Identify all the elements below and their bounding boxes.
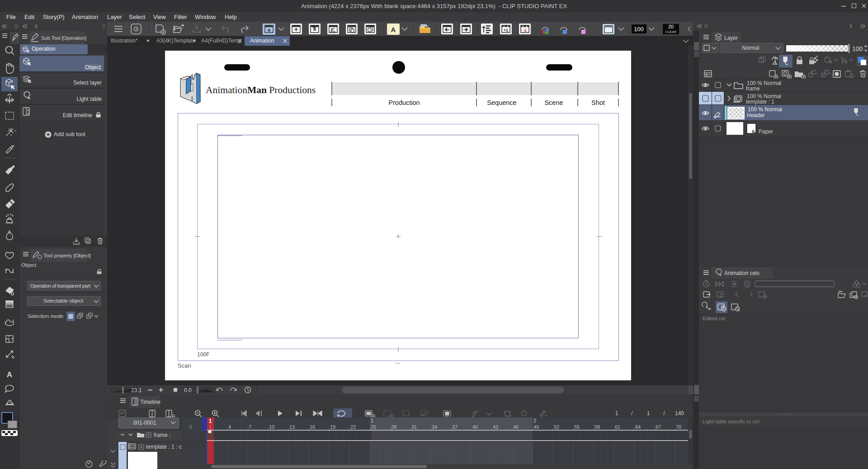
svg-text:7: 7	[249, 424, 251, 430]
svg-text:67: 67	[656, 424, 661, 430]
svg-text:25: 25	[371, 424, 376, 430]
svg-text:1: 1	[371, 418, 373, 423]
svg-text:template : 1 : cel: template : 1 : cel	[146, 444, 182, 450]
svg-text:0.0: 0.0	[184, 387, 192, 393]
svg-text:100: 100	[852, 45, 863, 52]
svg-text:A: A	[391, 26, 396, 33]
svg-text:-1: -1	[523, 28, 527, 33]
svg-text:A: A	[7, 370, 12, 379]
svg-text:23.1: 23.1	[131, 387, 142, 393]
svg-text:20: 20	[668, 24, 674, 29]
svg-text:Tool property [Object]: Tool property [Object]	[43, 253, 91, 258]
svg-text:1: 1	[615, 410, 618, 417]
svg-text:/: /	[663, 410, 665, 417]
svg-text:34: 34	[432, 424, 437, 430]
svg-text:2: 2	[533, 418, 536, 423]
svg-text:frame :: frame :	[154, 432, 170, 438]
svg-text:4: 4	[228, 424, 231, 430]
svg-text:40: 40	[472, 424, 478, 430]
svg-text:19: 19	[330, 424, 335, 430]
svg-text:16: 16	[310, 424, 315, 430]
svg-text:55: 55	[574, 424, 580, 430]
svg-text:Timeline: Timeline	[140, 399, 160, 405]
svg-text:52: 52	[554, 424, 559, 430]
svg-text:28: 28	[391, 424, 396, 430]
svg-text:31: 31	[411, 424, 417, 430]
svg-text:49: 49	[533, 424, 539, 430]
svg-text:1: 1	[647, 410, 650, 417]
svg-text:1: 1	[209, 418, 212, 424]
svg-text:10: 10	[269, 424, 274, 430]
svg-text:CLEAR: CLEAR	[665, 30, 677, 34]
svg-text:140: 140	[675, 410, 684, 417]
svg-text:58: 58	[594, 424, 600, 430]
svg-text:46: 46	[513, 424, 519, 430]
svg-text:70: 70	[676, 424, 681, 430]
svg-text:100: 100	[634, 26, 644, 33]
svg-text:Paper: Paper	[759, 128, 773, 135]
svg-text:61: 61	[615, 424, 620, 430]
svg-text:a: a	[268, 27, 271, 33]
svg-text:1: 1	[209, 424, 212, 430]
svg-text:-3: -3	[188, 424, 192, 430]
svg-text:frame: frame	[746, 85, 760, 92]
svg-text:Layer: Layer	[724, 35, 738, 41]
svg-text:22: 22	[350, 424, 356, 430]
svg-text:64: 64	[635, 424, 641, 430]
svg-text:37: 37	[452, 424, 458, 430]
svg-text:Sub Tool [Operation]: Sub Tool [Operation]	[41, 35, 86, 41]
svg-text:001-0001: 001-0001	[133, 420, 156, 426]
svg-text:/: /	[631, 410, 633, 417]
svg-text:Animation cels: Animation cels	[724, 270, 760, 276]
svg-text:template : 1: template : 1	[746, 99, 774, 105]
svg-text:13: 13	[289, 424, 295, 430]
svg-text:+1: +1	[504, 28, 508, 33]
svg-text:100 % Normal: 100 % Normal	[748, 106, 782, 113]
svg-text:43: 43	[493, 424, 498, 430]
svg-text:Header: Header	[747, 112, 764, 118]
